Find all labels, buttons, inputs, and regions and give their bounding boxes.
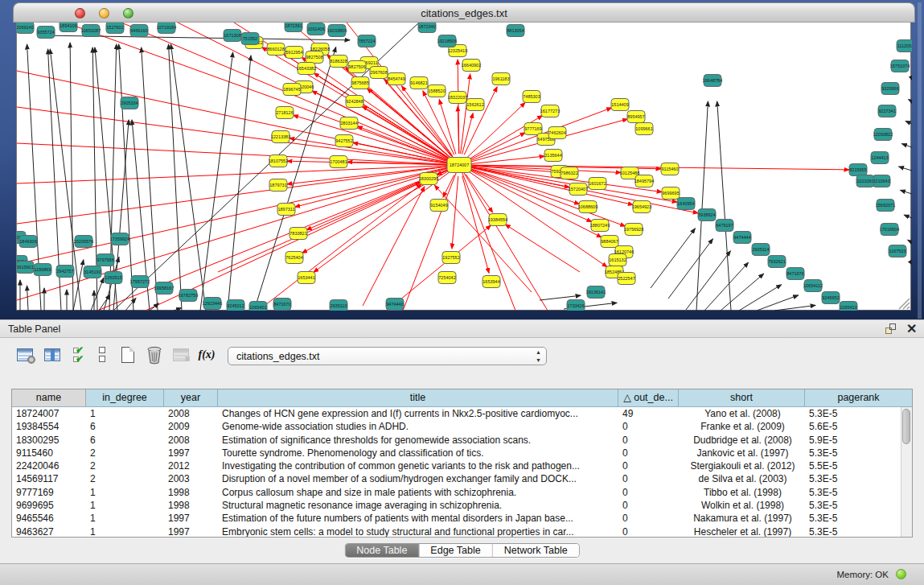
table-row[interactable]: 1456911722003Disruption of a novel membe… <box>12 472 901 485</box>
graph-node[interactable]: 12213383 <box>271 131 290 143</box>
graph-node[interactable]: 7833821 <box>290 228 307 240</box>
table-row[interactable]: 977716911998Corpus callosum shape and si… <box>12 486 901 499</box>
column-header-in-degree[interactable]: in_degree <box>86 389 164 407</box>
graph-edge[interactable] <box>505 225 580 272</box>
graph-edge[interactable] <box>459 165 515 311</box>
graph-node[interactable]: 9242848 <box>346 96 363 108</box>
graph-node[interactable]: 9245652 <box>822 292 840 304</box>
graph-edge[interactable] <box>174 308 182 311</box>
graph-node[interactable]: 10719184 <box>157 23 176 34</box>
graph-edge[interactable] <box>908 240 912 242</box>
memory-status-indicator[interactable] <box>896 569 906 579</box>
column-header-pagerank[interactable]: pagerank <box>805 389 912 407</box>
graph-node[interactable]: 1588520 <box>428 85 446 97</box>
graph-node[interactable]: 7986322 <box>561 167 578 179</box>
graph-node[interactable]: 18724007 <box>447 158 471 173</box>
graph-edge[interactable] <box>443 175 454 198</box>
graph-node[interactable]: 751552 <box>241 33 259 45</box>
close-panel-icon[interactable]: ✕ <box>906 321 917 336</box>
network-canvas[interactable]: 1872400774638228660128591295418226058982… <box>16 23 911 311</box>
graph-node[interactable]: 19654923 <box>632 201 651 213</box>
graph-node[interactable]: 19136141 <box>586 286 606 299</box>
unselect-all-columns-button[interactable] <box>92 344 113 365</box>
tab-edge-table[interactable]: Edge Table <box>419 544 492 557</box>
graph-node[interactable]: 9154049 <box>430 200 448 212</box>
graph-node[interactable]: 18107552 <box>269 155 288 167</box>
graph-node[interactable]: 2718126 <box>276 107 294 119</box>
graph-edge[interactable] <box>900 190 912 194</box>
graph-node[interactable]: 2069140 <box>17 23 34 34</box>
graph-edge[interactable] <box>170 44 206 311</box>
graph-node[interactable]: 7462604 <box>548 127 566 139</box>
graph-edge[interactable] <box>73 260 84 311</box>
scrollbar-thumb[interactable] <box>902 409 910 444</box>
graph-edge[interactable] <box>228 56 251 311</box>
graph-edge[interactable] <box>314 171 450 272</box>
graph-edge[interactable] <box>704 262 749 311</box>
graph-node[interactable]: 9474440 <box>386 299 404 311</box>
graph-node[interactable]: 2135644 <box>544 150 562 162</box>
graph-node[interactable]: 7254042 <box>438 272 456 284</box>
graph-node[interactable]: 1879731 <box>269 179 287 192</box>
graph-node[interactable]: 1112053 <box>897 40 912 52</box>
graph-node[interactable]: 9427552 <box>335 135 353 147</box>
graph-node[interactable]: 3915901 <box>17 262 34 274</box>
graph-edge[interactable] <box>717 101 731 311</box>
graph-node[interactable]: 1927552 <box>442 252 460 264</box>
graph-node[interactable]: 9827508 <box>306 51 323 64</box>
tab-network-table[interactable]: Network Table <box>493 544 579 557</box>
graph-node[interactable]: 8215955 <box>849 164 867 176</box>
graph-node[interactable]: 7932621 <box>768 256 786 268</box>
graph-edge[interactable] <box>906 121 912 124</box>
graph-node[interactable]: 7485303 <box>523 91 540 103</box>
column-header-out-de-[interactable]: △ out_de... <box>618 389 679 407</box>
table-row[interactable]: 2242004622012Investigating the contribut… <box>12 459 901 472</box>
graph-node[interactable]: 2803144 <box>340 117 358 130</box>
graph-edge[interactable] <box>200 52 233 311</box>
table-row[interactable]: 946362711997Embryonic stem cells: a mode… <box>12 525 901 537</box>
graph-node[interactable]: 18322037 <box>448 92 467 104</box>
graph-edge[interactable] <box>439 100 456 154</box>
graph-node[interactable]: 9875685 <box>351 77 369 89</box>
graph-node[interactable]: 9474444 <box>733 232 751 244</box>
select-all-columns-button[interactable]: ✔ ✔ <box>69 344 90 365</box>
graph-node[interactable]: 9210643 <box>873 175 890 187</box>
graph-node[interactable]: 1640954 <box>677 198 695 210</box>
graph-edge[interactable] <box>17 165 459 183</box>
graph-node[interactable]: 2967608 <box>370 67 388 79</box>
graph-node[interactable]: 1167533 <box>889 245 906 257</box>
graph-node[interactable]: 5912954 <box>285 47 303 59</box>
graph-node[interactable]: 20206576 <box>74 236 93 248</box>
table-row[interactable]: 1872400712008Changes of HCN gene express… <box>12 407 901 420</box>
graph-node[interactable]: 1653441 <box>298 272 315 284</box>
graph-node[interactable]: 8813054 <box>507 25 524 37</box>
graph-edge[interactable] <box>901 144 912 147</box>
graph-node[interactable]: 9146821 <box>410 77 428 89</box>
graph-node[interactable]: 1065410 <box>840 302 857 311</box>
graph-edge[interactable] <box>27 286 28 311</box>
graph-node[interactable]: 1653944 <box>483 276 500 288</box>
graph-node[interactable]: 1156869 <box>34 264 51 276</box>
graph-node[interactable]: 1897311 <box>277 204 295 216</box>
function-builder-button[interactable]: f(x) <box>196 344 217 365</box>
graph-node[interactable]: 8471676 <box>786 268 804 280</box>
table-row[interactable]: 1938455462009Genome-wide association stu… <box>12 420 901 433</box>
column-header-year[interactable]: year <box>164 389 218 407</box>
graph-node[interactable]: 9227341 <box>878 105 896 117</box>
graph-edge[interactable] <box>470 133 526 160</box>
graph-edge[interactable] <box>899 167 912 171</box>
graph-edge[interactable] <box>686 251 730 310</box>
graph-node[interactable]: 16033809 <box>327 25 347 37</box>
graph-node[interactable]: 8186328 <box>330 56 347 68</box>
graph-edge[interactable] <box>462 175 489 273</box>
graph-edge[interactable] <box>452 176 458 249</box>
graph-edge[interactable] <box>218 182 421 272</box>
graph-edge[interactable] <box>17 107 459 165</box>
graph-node[interactable]: 1849306 <box>19 236 37 248</box>
graph-node[interactable]: 19756928 <box>624 224 643 236</box>
graph-edge[interactable] <box>696 101 708 311</box>
graph-node[interactable]: 12093822 <box>873 129 893 141</box>
graph-node[interactable]: 9355724 <box>37 27 55 39</box>
graph-edge[interactable] <box>651 229 695 288</box>
graph-node[interactable]: 16543382 <box>297 63 316 75</box>
